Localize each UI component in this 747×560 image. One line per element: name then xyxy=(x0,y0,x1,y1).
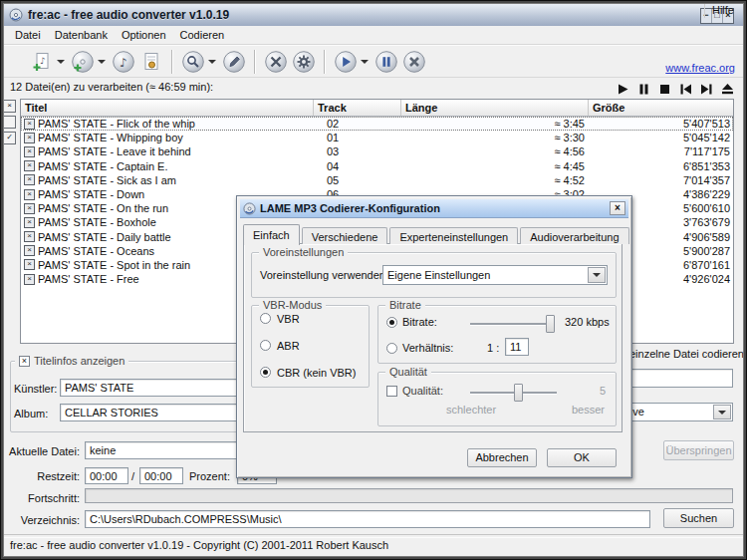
play-icon[interactable] xyxy=(617,83,629,96)
add-files-icon[interactable]: ♪ xyxy=(29,49,55,75)
table-row[interactable]: ×PAMS' STATE - Leave it behind03≈ 4:567'… xyxy=(21,144,733,158)
add-cd-icon[interactable] xyxy=(70,49,96,75)
app-icon xyxy=(9,8,23,22)
cancel-button[interactable]: Abbrechen xyxy=(467,448,537,467)
tab-einfach[interactable]: Einfach xyxy=(243,224,300,245)
bitrate-group-label: Bitrate xyxy=(385,299,425,311)
joblist-icon[interactable] xyxy=(138,49,164,75)
select-all-button[interactable]: × xyxy=(3,100,16,113)
quality-slider-handle[interactable] xyxy=(514,384,523,402)
ok-button[interactable]: OK xyxy=(547,448,617,467)
playlist-icon[interactable]: ♪ xyxy=(111,49,136,75)
vbr-option-vbr[interactable]: VBR xyxy=(260,312,300,325)
freac-website-link[interactable]: www.freac.org xyxy=(665,62,735,74)
row-track: 01 xyxy=(313,131,400,144)
dialog-close-button[interactable]: × xyxy=(610,201,625,215)
radio-icon[interactable] xyxy=(260,313,271,324)
joblist-status-text: 12 Datei(en) zu verarbeiten (≈ 46:59 min… xyxy=(10,81,213,93)
column-header-laenge[interactable]: Länge xyxy=(400,100,588,116)
chevron-down-icon[interactable] xyxy=(588,267,606,283)
tab-verschiedene[interactable]: Verschiedene xyxy=(302,227,388,244)
bitrate-value: 320 kbps xyxy=(565,316,610,328)
eject-icon[interactable] xyxy=(721,83,734,96)
menu-codieren[interactable]: Codieren xyxy=(173,27,232,43)
settings-codec-icon[interactable] xyxy=(291,49,317,75)
row-checkbox[interactable]: × xyxy=(24,160,35,171)
row-track: 05 xyxy=(313,173,400,187)
cddb-submit-icon[interactable] xyxy=(221,49,247,75)
pause-icon[interactable] xyxy=(637,83,650,96)
row-checkbox[interactable]: × xyxy=(24,217,35,228)
start-encoding-dropdown-arrow-icon[interactable] xyxy=(361,60,369,64)
stop-icon[interactable] xyxy=(658,83,671,96)
previous-icon[interactable] xyxy=(679,83,692,96)
row-title: PAMS' STATE - Daily battle xyxy=(38,230,171,244)
ratio-radio-label[interactable]: Verhältnis: xyxy=(402,342,453,354)
stop-encoding-icon[interactable] xyxy=(401,49,427,75)
vbr-option-cbr-kein-vbr-[interactable]: CBR (kein VBR) xyxy=(260,366,356,379)
vbr-option-abr[interactable]: ABR xyxy=(260,339,300,352)
preset-combobox[interactable]: Eigene Einstellungen xyxy=(382,265,608,285)
table-row[interactable]: ×PAMS' STATE - Flick of the whip02≈ 3:45… xyxy=(21,117,733,131)
row-checkbox[interactable]: × xyxy=(24,259,35,270)
row-checkbox[interactable]: × xyxy=(24,146,35,157)
row-checkbox[interactable]: × xyxy=(24,174,35,185)
menu-optionen[interactable]: Optionen xyxy=(115,27,173,43)
cddb-query-dropdown-arrow-icon[interactable] xyxy=(208,60,216,64)
menu-hilfe[interactable]: Hilfe xyxy=(704,2,741,18)
player-controls xyxy=(617,83,734,96)
column-header-groesse[interactable]: Größe xyxy=(588,100,733,116)
chevron-down-icon[interactable] xyxy=(713,405,731,420)
menu-datei[interactable]: Datei xyxy=(8,27,48,43)
add-cd-dropdown-arrow-icon[interactable] xyxy=(98,60,106,64)
column-header-titel[interactable]: Titel xyxy=(21,100,313,116)
bitrate-slider-track[interactable] xyxy=(470,323,548,325)
row-title: PAMS' STATE - Captain E. xyxy=(38,159,167,173)
quality-better-label: besser xyxy=(572,404,605,416)
start-encoding-icon[interactable] xyxy=(333,49,359,75)
ratio-radio[interactable] xyxy=(386,343,397,354)
toolbar: ♪♪ xyxy=(4,45,743,78)
toolbar-separator xyxy=(254,50,256,74)
show-title-info-checkbox[interactable]: × xyxy=(19,356,30,367)
column-header-track[interactable]: Track xyxy=(313,100,400,116)
table-row[interactable]: ×PAMS' STATE - Whipping boy01≈ 3:305'045… xyxy=(21,131,733,144)
browse-button[interactable]: Suchen xyxy=(663,508,734,528)
directory-field[interactable]: C:\Users\RDubach.COMPRESS\Music\ xyxy=(85,510,650,528)
quality-label[interactable]: Qualität: xyxy=(402,385,443,397)
radio-icon[interactable] xyxy=(260,340,271,351)
row-checkbox[interactable]: × xyxy=(24,189,35,200)
ratio-input[interactable]: 11 xyxy=(505,338,529,356)
row-checkbox[interactable]: × xyxy=(24,274,35,285)
quality-checkbox[interactable] xyxy=(386,386,397,397)
row-checkbox[interactable]: × xyxy=(24,203,35,214)
tab-audioverarbeitung[interactable]: Audioverarbeitung xyxy=(520,227,628,244)
bitrate-radio-label[interactable]: Bitrate: xyxy=(402,316,437,328)
toggle-selection-button[interactable]: ✓ xyxy=(3,132,16,144)
statusbar-divider xyxy=(4,534,743,538)
bitrate-slider-handle[interactable] xyxy=(546,315,555,333)
skip-button[interactable]: Überspringen xyxy=(663,440,734,460)
row-title: PAMS' STATE - Leave it behind xyxy=(38,144,191,158)
encode-single-file-label[interactable]: einzelne Datei codieren xyxy=(629,348,744,360)
row-checkbox[interactable]: × xyxy=(24,119,35,130)
add-files-dropdown-arrow-icon[interactable] xyxy=(57,60,65,64)
pause-encoding-icon[interactable] xyxy=(374,49,399,75)
current-file-label: Aktuelle Datei: xyxy=(0,445,80,457)
radio-icon[interactable] xyxy=(260,367,271,378)
row-size: 5'407'513 xyxy=(588,117,733,131)
row-checkbox[interactable]: × xyxy=(24,231,35,242)
next-icon[interactable] xyxy=(700,83,713,96)
menu-datenbank[interactable]: Datenbank xyxy=(48,27,115,43)
table-row[interactable]: ×PAMS' STATE - Captain E.04≈ 4:456'851'3… xyxy=(21,159,733,173)
tab-experteneinstellungen[interactable]: Experteneinstellungen xyxy=(389,227,518,244)
table-row[interactable]: ×PAMS' STATE - Sick as I am05≈ 4:527'014… xyxy=(21,173,733,187)
row-checkbox[interactable]: × xyxy=(24,133,35,143)
bitrate-radio[interactable] xyxy=(386,317,397,328)
row-checkbox[interactable]: × xyxy=(24,245,35,256)
select-none-button[interactable] xyxy=(3,116,16,129)
menubar-items: DateiDatenbankOptionenCodieren xyxy=(8,27,231,43)
settings-general-icon[interactable] xyxy=(263,49,289,75)
row-title: PAMS' STATE - Whipping boy xyxy=(38,131,183,144)
cddb-query-icon[interactable] xyxy=(180,49,206,75)
